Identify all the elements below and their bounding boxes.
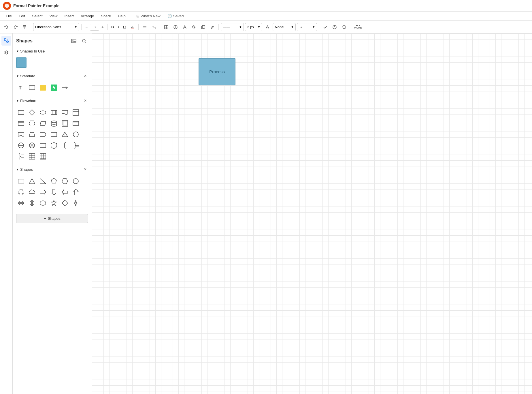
menu-file[interactable]: File xyxy=(3,13,15,19)
fc-hexagon[interactable] xyxy=(27,119,37,128)
fc-rect5[interactable] xyxy=(38,140,48,150)
sh-pentagon[interactable] xyxy=(49,176,59,186)
italic-button[interactable]: I xyxy=(116,24,120,30)
fc-rect2[interactable] xyxy=(16,119,26,128)
menu-edit[interactable]: Edit xyxy=(16,13,28,19)
fill-button[interactable] xyxy=(171,23,180,31)
standard-rect-item[interactable] xyxy=(27,83,37,93)
text-style-button[interactable]: T xyxy=(150,23,158,31)
fc-table1[interactable] xyxy=(27,151,37,161)
fc-multiline[interactable] xyxy=(60,119,70,128)
fc-pentagon[interactable] xyxy=(38,130,48,139)
line-size-selector[interactable]: 2 px ▼ xyxy=(245,23,262,31)
menu-select[interactable]: Select xyxy=(29,13,45,19)
sh-rect[interactable] xyxy=(16,176,26,186)
fc-brace[interactable] xyxy=(60,140,70,150)
fc-circle[interactable] xyxy=(71,130,81,139)
sh-hexagon[interactable] xyxy=(60,176,70,186)
flowchart-header[interactable]: ▼ Flowchart ✕ xyxy=(13,96,92,105)
stroke-button[interactable] xyxy=(181,23,189,31)
shapes-section-header[interactable]: ▼ Shapes ✕ xyxy=(13,165,92,174)
more-button[interactable]: MORE xyxy=(352,23,363,31)
fc-document[interactable] xyxy=(60,108,70,117)
sh-cloud[interactable] xyxy=(27,187,37,197)
align-button[interactable] xyxy=(141,23,149,31)
waypoint-button[interactable] xyxy=(263,23,271,31)
shadow-button[interactable] xyxy=(190,23,198,31)
font-color-button[interactable]: A xyxy=(128,23,136,31)
sh-star[interactable] xyxy=(49,198,59,208)
whats-new-btn[interactable]: ⊞ What's New xyxy=(133,13,163,19)
extra-2-button[interactable] xyxy=(331,23,339,31)
sh-triangle[interactable] xyxy=(27,176,37,186)
arrow-selector[interactable]: → ▼ xyxy=(297,23,317,31)
fc-x-circle[interactable] xyxy=(27,140,37,150)
sh-circle[interactable] xyxy=(71,176,81,186)
sidebar-search-btn[interactable] xyxy=(80,37,88,45)
redo-button[interactable] xyxy=(12,23,20,31)
shapes-in-use-header[interactable]: ▼ Shapes In Use xyxy=(13,47,92,55)
sh-right-triangle[interactable] xyxy=(38,176,48,186)
fc-table2[interactable] xyxy=(38,151,48,161)
shapes-section-close-btn[interactable]: ✕ xyxy=(82,166,88,172)
font-size-decrease[interactable]: − xyxy=(84,24,89,30)
font-size-increase[interactable]: + xyxy=(100,24,105,30)
sh-arrow-up[interactable] xyxy=(71,187,81,197)
menu-share[interactable]: Share xyxy=(98,13,114,19)
extra-3-button[interactable] xyxy=(340,23,348,31)
fc-trapezoid[interactable] xyxy=(27,130,37,139)
fc-rect3[interactable] xyxy=(71,119,81,128)
fc-subprocess[interactable] xyxy=(49,108,59,117)
fc-brace2[interactable] xyxy=(71,140,81,150)
undo-button[interactable] xyxy=(2,23,10,31)
extra-1-button[interactable] xyxy=(321,23,329,31)
menu-arrange[interactable]: Arrange xyxy=(78,13,97,19)
fc-diamond[interactable] xyxy=(27,108,37,117)
bold-button[interactable]: B xyxy=(110,24,115,30)
menu-view[interactable]: View xyxy=(47,13,61,19)
fc-rect4[interactable] xyxy=(49,130,59,139)
sh-ellipse[interactable] xyxy=(38,198,48,208)
in-use-rect-shape[interactable] xyxy=(16,57,27,68)
sh-cross[interactable] xyxy=(16,187,26,197)
fc-triangle[interactable] xyxy=(60,130,70,139)
shapes-nav-btn[interactable] xyxy=(1,36,11,46)
fc-plus-circle[interactable] xyxy=(16,140,26,150)
standard-header[interactable]: ▼ Standard ✕ xyxy=(13,71,92,80)
layers-nav-btn[interactable] xyxy=(1,48,11,58)
sh-arrow-down[interactable] xyxy=(49,187,59,197)
container-button[interactable] xyxy=(162,23,170,31)
copy-style-button[interactable] xyxy=(199,23,207,31)
sh-arrow-lr[interactable] xyxy=(16,198,26,208)
sh-blossom[interactable] xyxy=(71,198,81,208)
sh-arrow-ud[interactable] xyxy=(27,198,37,208)
edit-style-button[interactable] xyxy=(208,23,216,31)
saved-btn[interactable]: 🕐 Saved xyxy=(165,13,187,19)
sh-arrow-right[interactable] xyxy=(38,187,48,197)
standard-close-btn[interactable]: ✕ xyxy=(82,73,88,79)
font-selector[interactable]: Liberation Sans ▼ xyxy=(33,23,79,31)
line-style-selector[interactable]: —— ▼ xyxy=(221,23,244,31)
fc-para[interactable] xyxy=(38,119,48,128)
sh-arrow-left[interactable] xyxy=(60,187,70,197)
font-size-input[interactable] xyxy=(90,24,99,31)
fc-cylinder[interactable] xyxy=(49,119,59,128)
fc-brace3[interactable] xyxy=(16,151,26,161)
sidebar-image-btn[interactable] xyxy=(70,37,78,45)
standard-lightning-item[interactable] xyxy=(49,83,59,93)
standard-text-item[interactable]: T xyxy=(16,83,26,93)
menu-help[interactable]: Help xyxy=(115,13,129,19)
fc-oval[interactable] xyxy=(38,108,48,117)
fc-loop[interactable] xyxy=(71,108,81,117)
format-painter-button[interactable] xyxy=(21,23,29,31)
fc-rect[interactable] xyxy=(16,108,26,117)
standard-arrow-item[interactable] xyxy=(60,83,70,93)
menu-insert[interactable]: Insert xyxy=(61,13,77,19)
standard-yellow-item[interactable] xyxy=(38,83,48,93)
underline-button[interactable]: U xyxy=(122,24,127,30)
connection-selector[interactable]: None ▼ xyxy=(273,23,296,31)
sh-diamond[interactable] xyxy=(60,198,70,208)
add-shapes-button[interactable]: + Shapes xyxy=(16,214,88,223)
canvas-area[interactable]: Process xyxy=(92,33,532,394)
fc-wave[interactable] xyxy=(16,130,26,139)
